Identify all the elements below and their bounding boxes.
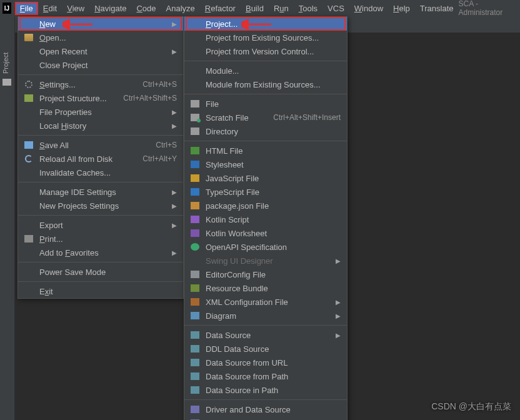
driver-icon bbox=[189, 404, 201, 414]
ts-icon bbox=[189, 187, 201, 197]
file-menu-item-manage-ide-settings[interactable]: Manage IDE Settings▶ bbox=[18, 185, 183, 199]
menu-item-label: Kotlin Script bbox=[206, 215, 341, 224]
submenu-arrow-icon: ▶ bbox=[336, 332, 341, 339]
menu-item-label: Module... bbox=[206, 66, 341, 76]
css-icon bbox=[189, 159, 201, 169]
menu-help[interactable]: Help bbox=[388, 2, 415, 15]
new-menu-item-file[interactable]: File bbox=[184, 97, 347, 111]
menu-item-label: EditorConfig File bbox=[206, 270, 341, 279]
file-menu-item-new-projects-settings[interactable]: New Projects Settings▶ bbox=[18, 199, 183, 212]
menu-translate[interactable]: Translate bbox=[415, 2, 459, 15]
new-menu-item-package-json-file[interactable]: package.json File bbox=[184, 199, 347, 212]
new-menu-item-editorconfig-file[interactable]: EditorConfig File bbox=[184, 268, 347, 281]
new-menu-item-xml-configuration-file[interactable]: XML Configuration File▶ bbox=[184, 295, 347, 309]
separator bbox=[18, 215, 183, 216]
new-menu-item-ddl-data-source[interactable]: DDL Data Source bbox=[184, 342, 347, 356]
blank-icon bbox=[189, 256, 201, 266]
new-submenu: Project...Project from Existing Sources.… bbox=[184, 16, 348, 420]
file-menu-item-export[interactable]: Export▶ bbox=[18, 218, 183, 232]
separator bbox=[18, 182, 183, 182]
file-menu-item-open-recent[interactable]: Open Recent▶ bbox=[18, 44, 183, 58]
file-menu-item-close-project[interactable]: Close Project bbox=[18, 58, 183, 72]
menu-vcs[interactable]: VCS bbox=[322, 2, 349, 15]
file-menu-item-project-structure[interactable]: Project Structure...Ctrl+Alt+Shift+S bbox=[18, 91, 183, 105]
window-title: SCA - Administrator bbox=[459, 0, 518, 17]
menu-item-label: Open Recent bbox=[39, 47, 161, 56]
submenu-arrow-icon: ▶ bbox=[172, 249, 177, 256]
file-menu-item-save-all[interactable]: Save AllCtrl+S bbox=[18, 138, 183, 152]
blank-icon bbox=[23, 286, 34, 296]
menu-item-label: Reload All from Disk bbox=[39, 154, 128, 164]
db-icon bbox=[189, 358, 201, 368]
menu-navigate[interactable]: Navigate bbox=[89, 2, 131, 15]
new-menu-item-module-from-existing-sources[interactable]: Module from Existing Sources... bbox=[184, 78, 347, 91]
new-menu-item-stylesheet[interactable]: Stylesheet bbox=[184, 158, 347, 171]
file-menu-item-local-history[interactable]: Local History▶ bbox=[18, 119, 183, 132]
new-menu-item-openapi-specification[interactable]: OpenAPI Specification bbox=[184, 240, 347, 254]
new-menu-item-data-source-from-url[interactable]: Data Source from URL bbox=[184, 356, 347, 369]
separator bbox=[184, 94, 347, 94]
file-menu-item-exit[interactable]: Exit bbox=[18, 284, 183, 298]
new-menu-item-javascript-file[interactable]: JavaScript File bbox=[184, 171, 347, 185]
file-menu-item-print[interactable]: Print... bbox=[18, 232, 183, 246]
new-menu-item-typescript-file[interactable]: TypeScript File bbox=[184, 185, 347, 199]
file-menu-item-open[interactable]: Open... bbox=[18, 31, 183, 44]
file-menu-item-new[interactable]: New▶ bbox=[18, 17, 183, 31]
menu-file[interactable]: File bbox=[15, 2, 38, 15]
menu-tools[interactable]: Tools bbox=[294, 2, 322, 15]
file-menu: New▶Open...Open Recent▶Close ProjectSett… bbox=[18, 16, 184, 299]
separator bbox=[184, 325, 347, 326]
file-menu-item-power-save-mode[interactable]: Power Save Mode bbox=[18, 265, 183, 279]
file-menu-item-invalidate-caches[interactable]: Invalidate Caches... bbox=[18, 166, 183, 179]
new-menu-item-data-source-in-path[interactable]: Data Source in Path bbox=[184, 383, 347, 397]
api-icon bbox=[189, 242, 201, 252]
file-menu-item-reload-all-from-disk[interactable]: Reload All from DiskCtrl+Alt+Y bbox=[18, 152, 183, 166]
file-menu-item-add-to-favorites[interactable]: Add to Favorites▶ bbox=[18, 246, 183, 259]
file-menu-item-settings[interactable]: Settings...Ctrl+Alt+S bbox=[18, 78, 183, 91]
menu-edit[interactable]: Edit bbox=[38, 2, 62, 15]
new-menu-item-driver[interactable]: Driver bbox=[184, 416, 347, 420]
menu-item-label: New Projects Settings bbox=[39, 201, 161, 211]
project-toolwindow-button[interactable]: Project bbox=[0, 29, 15, 79]
menu-item-label: Module from Existing Sources... bbox=[206, 80, 341, 89]
new-menu-item-driver-and-data-source[interactable]: Driver and Data Source bbox=[184, 402, 347, 416]
menu-item-label: Data Source from URL bbox=[206, 358, 341, 368]
menu-item-label: Add to Favorites bbox=[39, 248, 161, 258]
new-menu-item-project-from-version-control[interactable]: Project from Version Control... bbox=[184, 44, 347, 58]
js-icon bbox=[189, 173, 201, 183]
menu-item-label: Directory bbox=[206, 127, 341, 136]
menu-build[interactable]: Build bbox=[241, 2, 269, 15]
blank-icon bbox=[23, 107, 34, 117]
menu-item-label: File Properties bbox=[39, 108, 161, 117]
blank-icon bbox=[189, 32, 201, 42]
menu-code[interactable]: Code bbox=[131, 2, 161, 15]
project-toolwindow-label: Project bbox=[2, 52, 9, 74]
new-menu-item-diagram[interactable]: Diagram▶ bbox=[184, 309, 347, 322]
menu-item-label: Kotlin Worksheet bbox=[206, 229, 341, 238]
menu-item-label: Data Source bbox=[206, 331, 324, 340]
db-icon bbox=[189, 385, 201, 395]
new-menu-item-resource-bundle[interactable]: Resource Bundle bbox=[184, 281, 347, 295]
new-menu-item-kotlin-worksheet[interactable]: Kotlin Worksheet bbox=[184, 226, 347, 240]
shortcut: Ctrl+Alt+Y bbox=[142, 154, 177, 163]
dirico-icon bbox=[189, 126, 201, 136]
new-menu-item-project[interactable]: Project... bbox=[184, 17, 347, 31]
new-menu-item-project-from-existing-sources[interactable]: Project from Existing Sources... bbox=[184, 31, 347, 44]
new-menu-item-html-file[interactable]: HTML File bbox=[184, 144, 347, 158]
new-menu-item-directory[interactable]: Directory bbox=[184, 124, 347, 138]
menu-refactor[interactable]: Refactor bbox=[200, 2, 241, 15]
new-menu-item-scratch-file[interactable]: Scratch FileCtrl+Alt+Shift+Insert bbox=[184, 111, 347, 124]
menu-run[interactable]: Run bbox=[269, 2, 294, 15]
new-menu-item-module[interactable]: Module... bbox=[184, 64, 347, 78]
menu-view[interactable]: View bbox=[62, 2, 89, 15]
menu-item-label: Project from Version Control... bbox=[206, 47, 341, 56]
file-menu-item-file-properties[interactable]: File Properties▶ bbox=[18, 105, 183, 119]
menu-item-label: File bbox=[206, 99, 341, 109]
menu-analyze[interactable]: Analyze bbox=[161, 2, 200, 15]
menu-window[interactable]: Window bbox=[349, 2, 388, 15]
new-menu-item-data-source-from-path[interactable]: Data Source from Path bbox=[184, 369, 347, 383]
separator bbox=[184, 61, 347, 61]
new-menu-item-data-source[interactable]: Data Source▶ bbox=[184, 328, 347, 342]
new-menu-item-kotlin-script[interactable]: Kotlin Script bbox=[184, 212, 347, 226]
menu-item-label: JavaScript File bbox=[206, 174, 341, 183]
